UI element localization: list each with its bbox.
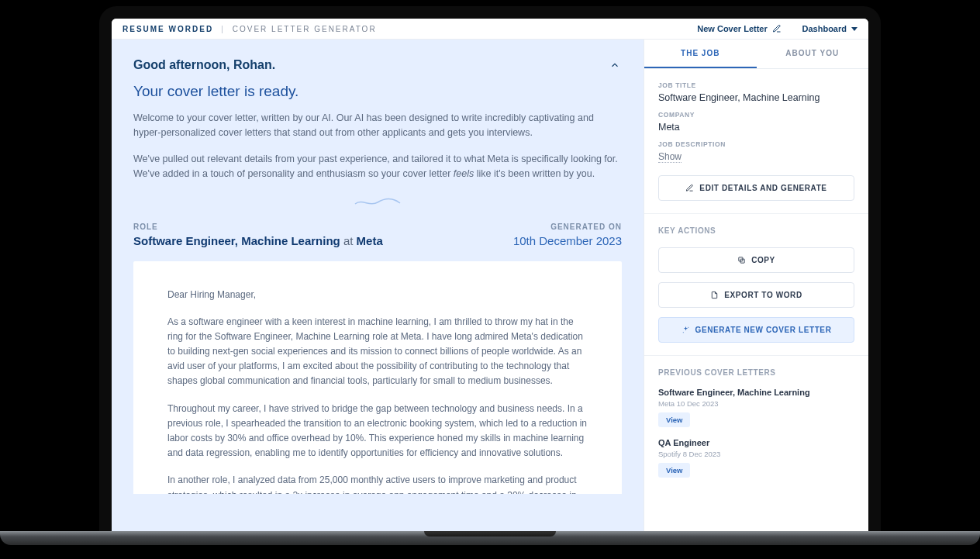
company-label: COMPANY	[658, 111, 854, 119]
laptop-base	[0, 531, 980, 545]
svg-point-2	[688, 327, 688, 328]
export-icon	[710, 291, 719, 299]
key-actions-label: KEY ACTIONS	[658, 226, 854, 235]
brand-subtitle: COVER LETTER GENERATOR	[233, 25, 377, 33]
cover-letter-card: Dear Hiring Manager, As a software engin…	[133, 261, 622, 494]
collapse-toggle[interactable]	[608, 58, 622, 72]
intro-paragraph-1: Welcome to your cover letter, written by…	[133, 111, 622, 141]
main-panel: Good afternoon, Rohan. Your cover letter…	[112, 40, 644, 536]
laptop-mockup: RESUME WORDED | COVER LETTER GENERATOR N…	[0, 0, 980, 559]
export-word-button[interactable]: EXPORT TO WORD	[658, 282, 854, 308]
copy-label: COPY	[751, 256, 775, 264]
job-title-value: Software Engineer, Machine Learning	[658, 92, 854, 103]
laptop-bezel: RESUME WORDED | COVER LETTER GENERATOR N…	[99, 6, 881, 536]
svg-point-3	[682, 332, 683, 333]
tab-about-you[interactable]: ABOUT YOU	[757, 40, 869, 68]
export-label: EXPORT TO WORD	[724, 291, 802, 299]
intro-paragraph-2: We've pulled out relevant details from y…	[133, 152, 622, 182]
greeting: Good afternoon, Rohan.	[133, 58, 275, 72]
copy-icon	[737, 256, 746, 264]
caret-down-icon	[851, 27, 858, 31]
content-area: Good afternoon, Rohan. Your cover letter…	[112, 40, 868, 536]
role-title: Software Engineer, Machine Learning	[133, 234, 340, 247]
letter-p2: Throughout my career, I have strived to …	[167, 402, 588, 461]
intro-p2-em: feels	[454, 168, 474, 179]
letter-meta-row: ROLE Software Engineer, Machine Learning…	[133, 223, 622, 247]
previous-letter-meta: Meta 10 Dec 2023	[658, 399, 854, 408]
divider-squiggle-icon	[354, 196, 401, 209]
letter-salutation: Dear Hiring Manager,	[167, 288, 588, 302]
dashboard-label: Dashboard	[802, 24, 847, 33]
tab-the-job[interactable]: THE JOB	[644, 40, 757, 68]
generate-label: GENERATE NEW COVER LETTER	[695, 326, 832, 334]
job-details-section: JOB TITLE Software Engineer, Machine Lea…	[644, 69, 868, 214]
app-screen: RESUME WORDED | COVER LETTER GENERATOR N…	[112, 19, 868, 536]
edit-details-button[interactable]: EDIT DETAILS AND GENERATE	[658, 175, 854, 201]
letter-p1: As a software engineer with a keen inter…	[167, 315, 588, 389]
edit-icon	[685, 184, 694, 192]
role-label: ROLE	[133, 223, 383, 231]
top-right-nav: New Cover Letter Dashboard	[680, 24, 858, 33]
top-bar: RESUME WORDED | COVER LETTER GENERATOR N…	[112, 19, 868, 40]
previous-letter-item: Software Engineer, Machine Learning Meta…	[658, 388, 854, 427]
show-job-description-link[interactable]: Show	[658, 151, 682, 163]
sidebar-tabs: THE JOB ABOUT YOU	[644, 40, 868, 69]
role-at: at	[340, 234, 357, 247]
previous-letter-title: QA Engineer	[658, 438, 854, 447]
job-description-label: JOB DESCRIPTION	[658, 140, 854, 148]
new-cover-letter-link[interactable]: New Cover Letter	[697, 24, 781, 33]
edit-details-label: EDIT DETAILS AND GENERATE	[699, 184, 826, 192]
generated-date: 10th December 2023	[513, 234, 622, 247]
sidebar: THE JOB ABOUT YOU JOB TITLE Software Eng…	[644, 40, 868, 536]
copy-button[interactable]: COPY	[658, 247, 854, 273]
brand: RESUME WORDED	[122, 25, 213, 33]
ready-heading: Your cover letter is ready.	[133, 83, 622, 100]
dashboard-link[interactable]: Dashboard	[802, 24, 858, 33]
chevron-up-icon	[609, 60, 620, 71]
view-previous-button[interactable]: View	[658, 412, 690, 427]
intro-p2-post: like it's been written by you.	[474, 168, 595, 179]
view-previous-button[interactable]: View	[658, 463, 690, 478]
job-title-label: JOB TITLE	[658, 81, 854, 89]
previous-letters-label: PREVIOUS COVER LETTERS	[658, 368, 854, 377]
generated-label: GENERATED ON	[513, 223, 622, 231]
edit-icon	[772, 24, 782, 33]
company-value: Meta	[658, 122, 854, 133]
new-cover-letter-label: New Cover Letter	[697, 24, 767, 33]
generate-new-button[interactable]: GENERATE NEW COVER LETTER	[658, 317, 854, 343]
letter-p3: In another role, I analyzed data from 25…	[167, 473, 588, 493]
previous-letter-title: Software Engineer, Machine Learning	[658, 388, 854, 397]
role-company: Meta	[357, 234, 383, 247]
previous-letter-item: QA Engineer Spotify 8 Dec 2023 View	[658, 438, 854, 478]
brand-divider: |	[221, 25, 225, 33]
role-line: Software Engineer, Machine Learning at M…	[133, 234, 383, 247]
key-actions-section: KEY ACTIONS COPY EXPORT TO WORD GENERATE…	[644, 214, 868, 356]
previous-letters-section: PREVIOUS COVER LETTERS Software Engineer…	[644, 356, 868, 490]
previous-letter-meta: Spotify 8 Dec 2023	[658, 450, 854, 458]
sparkle-icon	[682, 326, 690, 334]
